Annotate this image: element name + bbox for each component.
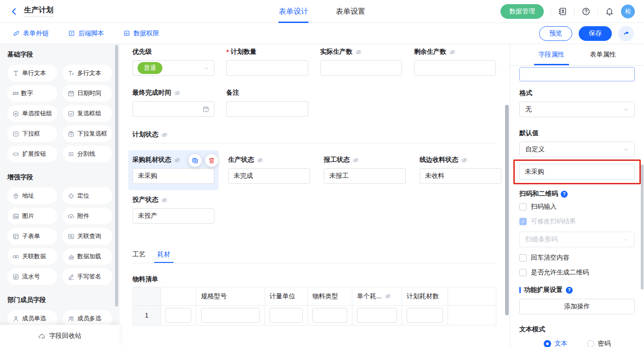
form-external-link[interactable]: 表单外链 — [13, 29, 49, 38]
column-header-spec[interactable]: 规格型号 — [196, 287, 265, 306]
field-pill-image[interactable]: 图片 — [7, 208, 57, 224]
format-select[interactable]: 无 — [519, 102, 635, 117]
save-button[interactable]: 保存 — [579, 26, 612, 41]
column-header-unit-cost[interactable]: 单个耗... — [352, 287, 402, 306]
field-pill-serial[interactable]: 流水号 — [7, 268, 57, 285]
panel-scrollbar[interactable] — [641, 165, 644, 290]
canvas-scrollbar[interactable] — [505, 105, 509, 315]
field-purchase-status[interactable]: 采购耗材状态 — [128, 150, 218, 190]
tab-form-settings[interactable]: 表单设置 — [336, 0, 365, 23]
column-header-plan-cost[interactable]: 计划耗材数 — [402, 287, 448, 306]
radio-text[interactable]: 文本 — [544, 340, 568, 347]
field-name-input[interactable] — [519, 67, 635, 81]
checkbox-unchecked[interactable] — [519, 203, 527, 210]
field-pill-single-text[interactable]: 单行文本 — [7, 65, 57, 81]
scan-mode-select[interactable]: 扫描条形码 — [519, 232, 635, 247]
column-header-unit[interactable]: 计量单位 — [265, 287, 308, 306]
field-actual-qty[interactable]: 实际生产数 — [320, 48, 402, 76]
field-launch-status[interactable]: 投产状态 — [128, 190, 218, 230]
copy-field-button[interactable] — [189, 154, 201, 167]
field-plan-qty[interactable]: *计划数量 — [226, 48, 308, 76]
remaining-qty-input[interactable] — [414, 60, 496, 76]
field-pill-lookup[interactable]: 关联查询 — [63, 228, 112, 245]
tab-form-design[interactable]: 表单设计 — [279, 0, 308, 23]
field-pill-linked-data[interactable]: 关联数据 — [7, 248, 57, 265]
bell-icon[interactable] — [605, 7, 614, 16]
field-pill-location[interactable]: 定位 — [63, 188, 112, 204]
help-badge-icon[interactable]: ? — [561, 191, 568, 198]
field-remark[interactable]: 备注 — [226, 89, 308, 117]
radio-password[interactable]: 密码 — [587, 340, 611, 347]
field-pill-signature[interactable]: 手写签名 — [63, 268, 112, 285]
help-badge-icon[interactable]: ? — [566, 287, 573, 294]
custom-default-input[interactable] — [519, 164, 635, 180]
backend-script-link[interactable]: 后端脚本 — [68, 29, 104, 38]
blank-column-header[interactable] — [161, 287, 196, 306]
field-pill-number[interactable]: 123数字 — [7, 85, 57, 102]
report-status-input[interactable] — [324, 168, 406, 184]
checkbox-checked-disabled[interactable] — [519, 218, 527, 225]
field-production-status[interactable]: 生产状态 — [224, 150, 314, 190]
field-pill-attachment[interactable]: 附件 — [63, 208, 112, 224]
field-pill-multiselect[interactable]: 下拉复选框 — [63, 125, 112, 142]
avatar[interactable]: 检 — [621, 5, 635, 18]
purchase-status-input[interactable] — [132, 168, 214, 184]
plan-qty-input[interactable] — [226, 60, 308, 76]
tab-form-properties[interactable]: 表单属性 — [590, 44, 616, 65]
material-subform-table: 规格型号 计量单位 物料类型 单个耗... 计划耗材数 1 — [132, 287, 496, 325]
tab-process[interactable]: 工艺 — [132, 250, 145, 263]
cell-input[interactable] — [166, 308, 191, 323]
pill-label: 成员多选 — [77, 314, 101, 323]
field-pill-ext-button[interactable]: 扩展按钮 — [7, 146, 57, 162]
field-pill-member-single[interactable]: 成员单选 — [7, 310, 57, 327]
contact-book-icon[interactable] — [558, 7, 567, 16]
tab-field-properties[interactable]: 字段属性 — [539, 44, 564, 65]
data-manage-button[interactable]: 数据管理 — [500, 4, 544, 19]
priority-select[interactable]: 普通 — [132, 60, 214, 76]
cell-input[interactable] — [407, 308, 443, 323]
checkbox-unchecked[interactable] — [519, 254, 527, 262]
production-status-input[interactable] — [228, 168, 310, 184]
launch-status-input[interactable] — [132, 208, 214, 224]
field-pill-radio-group[interactable]: 单选按钮组 — [7, 105, 57, 122]
field-pill-datetime[interactable]: 日期时间 — [63, 85, 112, 102]
field-pill-member-multi[interactable]: 成员多选 — [63, 310, 112, 327]
cell-input[interactable] — [270, 308, 303, 323]
field-remaining-qty[interactable]: 剩余生产数 — [414, 48, 496, 76]
field-pill-subform[interactable]: 子表单 — [7, 228, 57, 245]
field-report-status[interactable]: 报工状态 — [320, 150, 410, 190]
field-pill-address[interactable]: 地址 — [7, 188, 57, 204]
remark-input[interactable] — [226, 101, 308, 117]
delete-field-button[interactable] — [205, 154, 218, 167]
tab-consumables[interactable]: 耗材 — [157, 250, 170, 263]
field-pill-select[interactable]: 下拉框 — [7, 125, 57, 142]
field-pill-checkbox-group[interactable]: 复选框组 — [63, 105, 112, 122]
form-title[interactable]: 生产计划 — [24, 6, 53, 17]
field-priority[interactable]: 优先级 普通 — [132, 48, 214, 76]
actual-qty-input[interactable] — [320, 60, 402, 76]
help-icon[interactable] — [581, 7, 591, 16]
checkbox-unchecked[interactable] — [519, 269, 527, 276]
field-pill-data-load[interactable]: 数据加载 — [63, 248, 112, 265]
section-plan-status[interactable]: 计划状态 — [132, 131, 497, 139]
sidebar-scrollbar[interactable] — [115, 45, 118, 307]
column-header-type[interactable]: 物料类型 — [308, 287, 352, 306]
cell-input[interactable] — [201, 308, 260, 323]
chart-icon — [68, 253, 75, 260]
preview-button[interactable]: 预览 — [539, 26, 572, 41]
field-pill-multi-text[interactable]: 多行文本 — [63, 65, 112, 81]
back-icon[interactable] — [9, 6, 19, 17]
field-lineside-status[interactable]: 线边收料状态 — [415, 150, 506, 190]
field-final-time[interactable]: 最终完成时间 — [132, 89, 214, 117]
pill-label: 单行文本 — [22, 69, 46, 77]
default-value-select[interactable]: 自定义 — [519, 142, 635, 157]
lineside-status-input[interactable] — [420, 168, 501, 184]
field-pill-divider[interactable]: 分割线 — [63, 146, 112, 162]
final-time-input[interactable] — [132, 101, 214, 117]
cell-input[interactable] — [312, 308, 347, 323]
share-button[interactable] — [618, 26, 634, 41]
field-recycle-bin[interactable]: 字段回收站 — [0, 325, 120, 347]
data-permission-link[interactable]: 数据权限 — [123, 29, 159, 38]
cell-input[interactable] — [357, 308, 397, 323]
add-action-button[interactable]: 添加操作 — [519, 299, 635, 314]
